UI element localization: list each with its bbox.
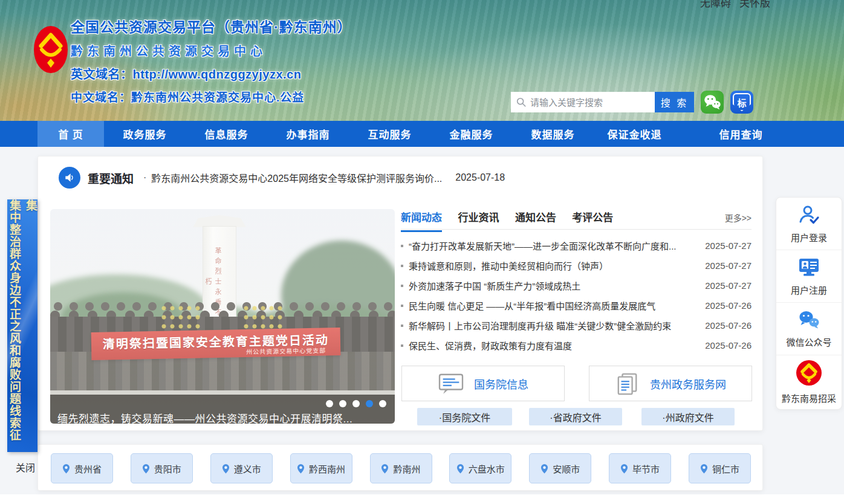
search-input[interactable] [530, 97, 645, 108]
location-pin-icon [142, 464, 150, 474]
province-gov-docs-button[interactable]: ·省政府文件 [529, 408, 622, 425]
monument-roof [193, 215, 246, 227]
carousel-dot-1[interactable] [326, 400, 333, 407]
news-item[interactable]: 秉持诚意和原则，推动中美经贸相向而行（钟声） 2025-07-27 [401, 256, 751, 276]
city-button-anshun[interactable]: 安顺市 [529, 453, 591, 483]
city-button-bijie[interactable]: 毕节市 [609, 453, 671, 483]
photo-carousel[interactable]: 革命烈士永垂不朽 清明祭扫暨国家安全教育主题党日活动 州公共资源交易中心党支部 … [50, 209, 395, 424]
nav-item-guide[interactable]: 办事指南 [267, 121, 349, 147]
news-item[interactable]: 保民生、促消费，财政政策有力度有温度 2025-07-26 [401, 335, 751, 355]
page: 无障碍关怀版 全国公共资源交易平台（贵州省·黔东南州） 黔东南州公共资源交易中心… [0, 0, 844, 504]
important-notice-bar: 重要通知 · 黔东南州公共资源交易中心2025年网络安全等级保护测评服务询价..… [38, 157, 764, 199]
wechat-app-icon[interactable] [701, 91, 724, 114]
header-banner: 无障碍关怀版 全国公共资源交易平台（贵州省·黔东南州） 黔东南州公共资源交易中心… [0, 0, 844, 121]
care-mode-link[interactable]: 关怀版 [739, 0, 770, 9]
right-sidebar: 用户登录 用户注册 [776, 197, 842, 410]
city-button-guiyang[interactable]: 贵阳市 [131, 453, 193, 483]
search-icon [516, 97, 527, 108]
center-name: 黔东南州公共资源交易中心 [71, 42, 409, 59]
accessibility-link[interactable]: 无障碍 [700, 0, 731, 9]
nav-item-info-services[interactable]: 信息服务 [186, 121, 267, 147]
location-pin-icon [62, 464, 70, 474]
comment-doc-icon [438, 372, 464, 395]
user-login-button[interactable]: 用户登录 [776, 198, 842, 250]
bullet-icon [401, 285, 403, 287]
banner-close-button[interactable]: 关闭 [16, 460, 35, 474]
tab-news[interactable]: 新闻动态 [401, 209, 442, 232]
location-pin-icon [540, 464, 548, 474]
nav-item-interactive[interactable]: 互动服务 [349, 121, 430, 147]
search-button[interactable]: 搜 索 [655, 92, 694, 112]
carousel-dots [326, 400, 386, 407]
event-banner: 清明祭扫暨国家安全教育主题党日活动 州公共资源交易中心党支部 [91, 328, 341, 360]
city-button-tongren[interactable]: 铜仁市 [689, 453, 751, 483]
news-item[interactable]: “奋力打开改革发展新天地”——进一步全面深化改革不断向广度和... 2025-0… [401, 236, 751, 256]
nav-item-finance[interactable]: 金融服务 [430, 121, 512, 147]
bullet-icon [401, 305, 403, 307]
campaign-banner[interactable]: 集中整治群众身边不正之风和腐败问题线索征集 [7, 199, 37, 452]
wechat-icon [797, 309, 820, 330]
news-item[interactable]: 民生向暖 信心更足 ——从“半年报”看中国经济高质量发展底气 2025-07-2… [401, 296, 751, 315]
news-panel: 新闻动态 行业资讯 通知公告 考评公告 更多>> “奋力打开改革发展新天地”——… [401, 209, 751, 427]
city-button-liupanshui[interactable]: 六盘水市 [449, 453, 511, 483]
location-pin-icon [620, 464, 628, 474]
city-button-zunyi[interactable]: 遵义市 [210, 453, 273, 483]
shield-icon: 标 [733, 93, 751, 111]
location-pin-icon [222, 464, 230, 474]
nav-item-gov-services[interactable]: 政务服务 [104, 121, 186, 147]
user-register-button[interactable]: 用户注册 [776, 250, 842, 303]
news-item[interactable]: 外资加速落子中国 “新质生产力”领域成热土 2025-07-27 [401, 276, 751, 296]
notice-title-link[interactable]: 黔东南州公共资源交易中心2025年网络安全等级保护测评服务询价... [151, 170, 442, 185]
state-council-info-link[interactable]: 国务院信息 [401, 366, 565, 401]
prefecture-gov-docs-button[interactable]: ·州政府文件 [641, 408, 735, 425]
event-banner-subtitle: 州公共资源交易中心党支部 [246, 346, 326, 357]
qdn-logo-icon [796, 360, 822, 386]
speaker-icon [59, 167, 80, 189]
notice-bullet: · [143, 172, 146, 183]
topbar-links: 无障碍关怀版 [700, 0, 779, 10]
search-area: 搜 索 标 [511, 91, 753, 114]
news-tabs: 新闻动态 行业资讯 通知公告 考评公告 更多>> [401, 209, 751, 230]
page-body: 重要通知 · 黔东南州公共资源交易中心2025年网络安全等级保护测评服务询价..… [0, 147, 844, 494]
news-item[interactable]: 新华解码丨上市公司治理制度再升级 瞄准“关键少数”健全激励约束 2025-07-… [401, 315, 751, 335]
platform-title: 全国公共资源交易平台（贵州省·黔东南州） [71, 16, 409, 36]
bidding-app-icon[interactable]: 标 [730, 91, 753, 114]
news-list: “奋力打开改革发展新天地”——进一步全面深化改革不断向广度和... 2025-0… [401, 236, 751, 355]
carousel-dot-5[interactable] [379, 400, 386, 407]
carousel-dot-4[interactable] [366, 400, 373, 407]
tab-announcements[interactable]: 通知公告 [515, 209, 556, 230]
location-pin-icon [700, 464, 708, 474]
chinese-domain: 中文域名：黔东南州公共资源交易中心.公益 [71, 88, 409, 105]
bullet-icon [401, 265, 403, 267]
city-button-qianxinan[interactable]: 黔西南州 [290, 453, 352, 483]
english-domain: 英文域名：http://www.qdnzggzyjyzx.cn [71, 65, 409, 82]
notice-label: 重要通知 [88, 170, 134, 186]
nav-item-deposit[interactable]: 保证金收退 [594, 121, 675, 147]
qdn-ezhaocai-button[interactable]: 黔东南易招采 [776, 355, 842, 408]
nav-item-home[interactable]: 首 页 [37, 121, 104, 147]
carousel-dot-3[interactable] [352, 400, 360, 407]
nav-item-data[interactable]: 数据服务 [512, 121, 594, 147]
city-button-guizhou[interactable]: 贵州省 [51, 453, 113, 483]
user-login-icon [798, 204, 820, 225]
city-button-qiannan[interactable]: 黔南州 [370, 453, 432, 483]
more-link[interactable]: 更多>> [725, 212, 751, 224]
tab-industry[interactable]: 行业资讯 [458, 209, 499, 230]
guizhou-gov-service-link[interactable]: 贵州政务服务网 [589, 366, 752, 401]
location-pin-icon [456, 464, 464, 474]
tab-evaluation[interactable]: 考评公告 [572, 209, 613, 230]
state-council-docs-button[interactable]: ·国务院文件 [417, 408, 512, 425]
wechat-official-account-button[interactable]: 微信公众号 [776, 303, 842, 355]
header-titles: 全国公共资源交易平台（贵州省·黔东南州） 黔东南州公共资源交易中心 英文域名：h… [71, 16, 409, 105]
notice-date: 2025-07-18 [455, 172, 505, 183]
search-box[interactable] [511, 92, 655, 112]
carousel-dot-2[interactable] [339, 400, 346, 407]
nav-item-credit[interactable]: 信用查询 [675, 121, 807, 147]
location-pin-icon [297, 464, 305, 474]
carousel-caption[interactable]: 缅先烈遗志，铸交易新魂——州公共资源交易中心开展清明祭... [57, 410, 352, 424]
bullet-icon [401, 325, 403, 327]
site-logo-icon [33, 25, 68, 76]
carousel-caption-bar: 缅先烈遗志，铸交易新魂——州公共资源交易中心开展清明祭... [50, 395, 395, 424]
main-content-card: 重要通知 · 黔东南州公共资源交易中心2025年网络安全等级保护测评服务询价..… [37, 156, 763, 431]
location-pin-icon [381, 464, 389, 474]
